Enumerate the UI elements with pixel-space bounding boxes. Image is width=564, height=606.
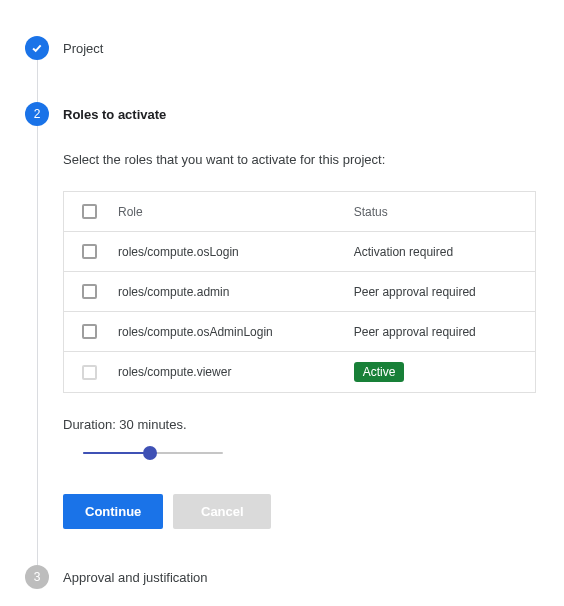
button-row: Continue Cancel: [63, 494, 536, 529]
select-all-checkbox[interactable]: [82, 204, 97, 219]
role-name: roles/compute.osAdminLogin: [114, 325, 354, 339]
roles-table: Role Status roles/compute.osLogin Activa…: [63, 191, 536, 393]
roles-description: Select the roles that you want to activa…: [63, 152, 536, 167]
duration-label: Duration: 30 minutes.: [63, 417, 536, 432]
header-role: Role: [114, 205, 354, 219]
role-status: Activation required: [354, 245, 535, 259]
cancel-button[interactable]: Cancel: [173, 494, 271, 529]
role-name: roles/compute.admin: [114, 285, 354, 299]
duration-slider[interactable]: [83, 446, 223, 460]
step-approval-header: 3 Approval and justification: [25, 559, 544, 595]
stepper-container: Project 2 Roles to activate Select the r…: [25, 30, 544, 595]
step-number-icon: 2: [25, 102, 49, 126]
table-row: roles/compute.osAdminLogin Peer approval…: [64, 312, 535, 352]
step-project: Project: [25, 30, 544, 96]
step-approval: 3 Approval and justification: [25, 559, 544, 595]
duration-block: Duration: 30 minutes.: [63, 417, 536, 460]
role-status: Peer approval required: [354, 325, 535, 339]
step-roles-body: Select the roles that you want to activa…: [63, 132, 544, 559]
row-checkbox[interactable]: [82, 244, 97, 259]
step-project-header[interactable]: Project: [25, 30, 544, 66]
step-project-label: Project: [63, 41, 103, 56]
table-row: roles/compute.admin Peer approval requir…: [64, 272, 535, 312]
row-checkbox[interactable]: [82, 284, 97, 299]
step-check-icon: [25, 36, 49, 60]
step-roles: 2 Roles to activate Select the roles tha…: [25, 96, 544, 559]
slider-track-fill: [83, 452, 150, 454]
table-header-row: Role Status: [64, 192, 535, 232]
table-row: roles/compute.osLogin Activation require…: [64, 232, 535, 272]
step-number-icon: 3: [25, 565, 49, 589]
status-badge: Active: [354, 362, 405, 382]
role-status: Peer approval required: [354, 285, 535, 299]
role-name: roles/compute.viewer: [114, 365, 354, 379]
slider-thumb[interactable]: [143, 446, 157, 460]
step-roles-header: 2 Roles to activate: [25, 96, 544, 132]
step-roles-label: Roles to activate: [63, 107, 166, 122]
row-checkbox-disabled: [82, 365, 97, 380]
step-approval-label: Approval and justification: [63, 570, 208, 585]
role-name: roles/compute.osLogin: [114, 245, 354, 259]
header-status: Status: [354, 205, 535, 219]
table-row: roles/compute.viewer Active: [64, 352, 535, 392]
row-checkbox[interactable]: [82, 324, 97, 339]
continue-button[interactable]: Continue: [63, 494, 163, 529]
